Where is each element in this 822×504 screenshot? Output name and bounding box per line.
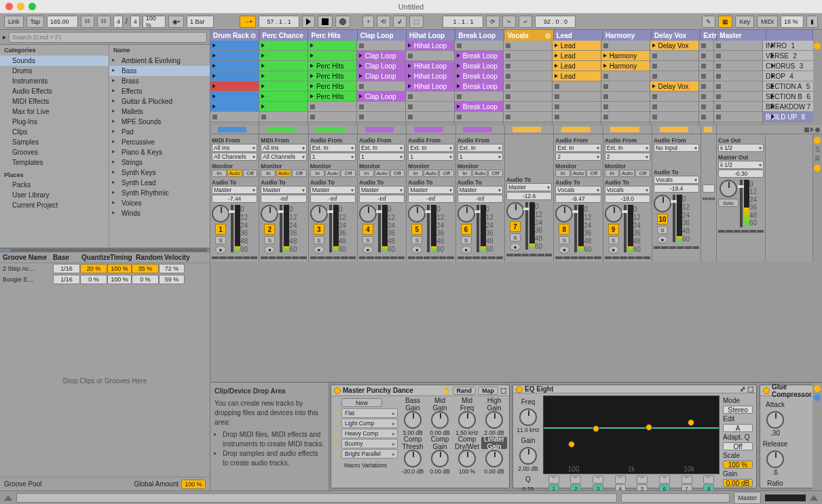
eq-band-type[interactable]: ⌒	[570, 476, 581, 484]
device-show-icon[interactable]	[814, 394, 821, 401]
clip-slot[interactable]	[259, 102, 307, 112]
track-activator[interactable]: 2	[264, 224, 275, 235]
audio-to[interactable]: Vocals	[654, 176, 699, 184]
clip-slot[interactable]	[259, 112, 307, 122]
play-all-icon[interactable]	[810, 127, 814, 132]
clip-slot[interactable]: Perc Hits	[308, 71, 356, 81]
macro-knob[interactable]	[404, 450, 422, 467]
pan-knob[interactable]	[654, 195, 671, 212]
clip-slot[interactable]	[650, 92, 698, 102]
groove-cell[interactable]: 100 %	[107, 264, 132, 273]
clip-slot[interactable]	[259, 41, 307, 51]
arrangement-mini[interactable]	[603, 125, 652, 134]
sends-section-icon[interactable]: S	[815, 146, 820, 153]
arm-button[interactable]: ●	[608, 246, 619, 254]
record-button[interactable]	[335, 16, 350, 28]
position-field[interactable]: 57 . 1 . 1	[259, 16, 299, 28]
master-stop-slot[interactable]	[714, 41, 762, 51]
clip-slot[interactable]: Lead	[553, 51, 601, 61]
clip-slot[interactable]	[210, 41, 259, 51]
clip-slot[interactable]: Harmony	[601, 51, 650, 61]
track-header[interactable]: Clap Loop	[358, 30, 407, 41]
glue-attack-knob[interactable]	[766, 411, 784, 429]
audio-ch[interactable]: 1	[408, 153, 453, 161]
clip-slot[interactable]: Clap Loop	[357, 71, 405, 81]
eq-edit[interactable]: A	[723, 424, 753, 432]
audio-to[interactable]: Vocals	[605, 186, 650, 194]
automation-arm-button[interactable]: ⟲	[377, 16, 390, 28]
returns-section-icon[interactable]: R	[815, 155, 820, 163]
arm-button[interactable]: ●	[264, 246, 275, 254]
category-item[interactable]: Plug-Ins	[0, 117, 109, 127]
metronome-button[interactable]: ◉•	[168, 16, 184, 28]
track-activator[interactable]: 3	[314, 224, 324, 235]
clip-slot[interactable]	[699, 41, 713, 51]
volume-display[interactable]: -18.0	[605, 195, 650, 203]
category-item[interactable]: Templates	[0, 157, 109, 168]
sig-num-field[interactable]: 4	[113, 16, 123, 28]
clip-slot[interactable]: Break Loop	[455, 51, 503, 61]
groove-cell[interactable]: 1/16	[53, 275, 80, 284]
groove-row[interactable]: 2 Step Ac…1/1620 %100 %35 %72 %	[0, 263, 210, 274]
draw-mode-button[interactable]: ✎	[702, 16, 715, 28]
solo-button[interactable]: S	[215, 236, 226, 244]
clip-slot[interactable]	[259, 61, 307, 71]
category-item[interactable]: Audio Effects	[0, 86, 109, 96]
glue-on-icon[interactable]	[763, 387, 770, 394]
mon-auto[interactable]: Auto	[620, 170, 635, 177]
arm-button[interactable]: ●	[510, 243, 521, 251]
rack-on-icon[interactable]	[334, 387, 341, 394]
clip-slot[interactable]	[504, 81, 552, 92]
groove-cell[interactable]: 2 Step Ac…	[3, 265, 53, 272]
volume-display[interactable]: -Inf	[261, 195, 306, 203]
clip-slot[interactable]: Hihat Loop	[406, 81, 454, 92]
volume-slider[interactable]	[280, 205, 282, 252]
clip-slot[interactable]	[406, 92, 454, 102]
tempo-field[interactable]: 165.00	[47, 16, 78, 28]
midi-from[interactable]: All Ins	[212, 144, 257, 152]
groove-cell[interactable]: 0 %	[80, 275, 107, 284]
track-header[interactable]: Delay Vox	[652, 30, 700, 41]
status-right-icon[interactable]	[810, 495, 818, 501]
track-activator[interactable]: 6	[461, 224, 472, 235]
clip-slot[interactable]	[699, 92, 713, 102]
mon-in[interactable]: In	[457, 170, 472, 177]
mon-off[interactable]: Off	[243, 170, 258, 177]
clip-slot[interactable]	[308, 41, 356, 51]
track-header[interactable]: Extr	[700, 30, 717, 41]
master-stop-slot[interactable]	[714, 71, 762, 81]
clip-slot[interactable]	[699, 112, 713, 122]
eq-band-type[interactable]: ⌒	[681, 476, 692, 484]
clip-slot[interactable]	[699, 61, 713, 71]
punch-out-button[interactable]: ⤶	[519, 16, 532, 28]
macro-knob[interactable]	[404, 411, 422, 429]
track-fold-icon[interactable]: ⊙	[250, 32, 256, 39]
scene-slot[interactable]: BUILD UP8	[763, 112, 813, 122]
loop-length-field[interactable]: 92 . 0 . 0	[535, 16, 576, 28]
pan-knob[interactable]	[555, 205, 573, 222]
solo-button[interactable]: S	[362, 236, 373, 244]
mon-in[interactable]: In	[408, 170, 423, 177]
clip-slot[interactable]	[601, 81, 650, 92]
volume-display[interactable]: -9.47	[555, 195, 601, 203]
audio-ch[interactable]: 2	[605, 153, 650, 161]
solo-button[interactable]: S	[264, 236, 275, 244]
quantize-field[interactable]: 1 Bar	[187, 16, 214, 28]
arm-button[interactable]: ●	[559, 246, 569, 254]
volume-display[interactable]: -Inf	[457, 195, 503, 203]
keyboard-button[interactable]: ▦	[718, 16, 732, 28]
track-fold-icon[interactable]: ⊙	[545, 32, 550, 39]
track-activator[interactable]: 4	[362, 224, 373, 235]
category-item[interactable]: Grooves	[0, 147, 109, 157]
volume-display[interactable]: -Inf	[310, 195, 356, 203]
pan-knob[interactable]	[408, 205, 426, 222]
track-header[interactable]: Break Loop	[455, 30, 504, 41]
volume-slider[interactable]	[740, 180, 743, 227]
eq-band-on[interactable]: 2	[570, 484, 581, 490]
arrangement-mini[interactable]	[210, 125, 259, 134]
groove-cell[interactable]: 35 %	[132, 264, 159, 273]
browser-name-item[interactable]: Effects	[109, 86, 210, 96]
macro-variation-item[interactable]: Bright Parallel	[341, 449, 398, 459]
solo-button[interactable]: Solo	[718, 199, 739, 207]
clip-slot[interactable]	[650, 71, 698, 81]
